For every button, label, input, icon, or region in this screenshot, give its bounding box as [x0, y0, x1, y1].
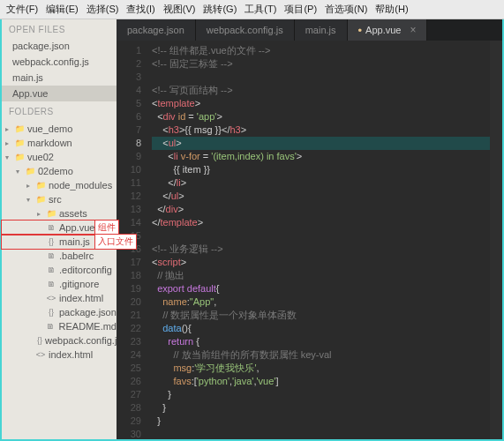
tab-label: main.js — [305, 25, 336, 35]
tree-item-label: index.html — [49, 349, 93, 360]
folder-icon: 📁 — [14, 123, 25, 134]
tree-item[interactable]: 🗎App.vue组件 — [2, 220, 117, 235]
tree-item[interactable]: 🗎.editorconfig — [2, 263, 117, 277]
tree-item[interactable]: {}main.js入口文件 — [2, 235, 117, 249]
tab-label: App.vue — [365, 25, 401, 35]
menu-item[interactable]: 帮助(H) — [372, 2, 410, 17]
code-icon: {} — [37, 335, 42, 346]
folder-icon: 📁 — [46, 208, 56, 219]
tree-item[interactable]: ▾📁02demo — [2, 164, 117, 178]
tree-item-label: assets — [59, 208, 87, 219]
code-icon: {} — [46, 307, 56, 318]
tree-item-label: .editorconfig — [59, 265, 112, 275]
tree-item-label: vue_demo — [27, 123, 72, 134]
html-icon: <> — [35, 349, 46, 360]
tree-item-label: index.html — [59, 293, 103, 303]
tree-item-label: App.vue — [59, 222, 94, 233]
menu-item[interactable]: 编辑(E) — [43, 2, 81, 17]
tree-item[interactable]: <>index.html — [2, 291, 117, 305]
open-file-item[interactable]: App.vue — [2, 86, 117, 101]
tree-item-label: 02demo — [38, 166, 73, 176]
open-file-item[interactable]: package.json — [2, 38, 117, 54]
folder-tree: ▸📁vue_demo▸📁markdown▾📁vue02▾📁02demo▸📁nod… — [2, 120, 117, 362]
folder-icon: 📁 — [35, 194, 46, 205]
tree-item[interactable]: ▸📁node_modules — [2, 178, 117, 192]
folder-icon: 📁 — [14, 138, 25, 148]
code-icon: {} — [46, 236, 56, 247]
tree-item-label: src — [49, 194, 62, 205]
tree-item[interactable]: ▸📁vue_demo — [2, 122, 117, 136]
expand-arrow-icon[interactable]: ▸ — [5, 125, 14, 133]
editor-tab[interactable]: main.js — [295, 19, 348, 41]
html-icon: <> — [46, 293, 56, 303]
code-content[interactable]: <!-- 组件都是.vue的文件 --><!-- 固定三标签 --> <!-- … — [147, 41, 490, 439]
folders-title: FOLDERS — [2, 101, 117, 120]
annotation-callout: 入口文件 — [94, 234, 137, 250]
menu-item[interactable]: 工具(T) — [242, 2, 279, 17]
open-files-list: package.jsonwebpack.config.jsmain.jsApp.… — [2, 38, 117, 101]
expand-arrow-icon[interactable]: ▸ — [37, 210, 46, 218]
menu-item[interactable]: 项目(P) — [282, 2, 320, 17]
file-icon: 🗎 — [46, 321, 56, 332]
tree-item[interactable]: <>index.html — [2, 348, 117, 362]
menu-item[interactable]: 文件(F) — [4, 2, 41, 17]
editor: package.jsonwebpack.config.jsmain.jsApp.… — [117, 19, 502, 439]
file-icon: 🗎 — [46, 279, 56, 289]
folder-icon: 📁 — [35, 180, 46, 191]
open-file-item[interactable]: webpack.config.js — [2, 54, 117, 70]
editor-tab[interactable]: webpack.config.js — [196, 19, 295, 41]
folder-icon: 📁 — [14, 152, 25, 162]
tree-item-label: README.md — [59, 321, 117, 332]
expand-arrow-icon[interactable]: ▾ — [5, 153, 14, 161]
tab-bar: package.jsonwebpack.config.jsmain.jsApp.… — [117, 19, 502, 41]
code-area[interactable]: 1234567891011121314151617181920212223242… — [117, 41, 502, 439]
tree-item[interactable]: ▸📁markdown — [2, 136, 117, 150]
sidebar: OPEN FILES package.jsonwebpack.config.js… — [2, 19, 117, 439]
tree-item[interactable]: {}webpack.config.js — [2, 333, 117, 348]
file-icon: 🗎 — [46, 222, 56, 233]
tree-item[interactable]: ▸📁assets — [2, 206, 117, 220]
minimap[interactable] — [490, 41, 502, 439]
tree-item[interactable]: ▾📁src — [2, 192, 117, 206]
tree-item-label: .babelrc — [59, 250, 94, 261]
file-icon: 🗎 — [46, 250, 56, 261]
tree-item-label: node_modules — [49, 180, 112, 191]
expand-arrow-icon[interactable]: ▾ — [26, 196, 35, 204]
open-files-title: OPEN FILES — [2, 19, 117, 38]
menu-item[interactable]: 选择(S) — [84, 2, 122, 17]
menu-item[interactable]: 跳转(G) — [200, 2, 239, 17]
menu-item[interactable]: 视图(V) — [161, 2, 199, 17]
expand-arrow-icon[interactable]: ▾ — [16, 168, 25, 176]
tree-item-label: vue02 — [27, 152, 54, 162]
app-frame: OPEN FILES package.jsonwebpack.config.js… — [0, 19, 504, 441]
expand-arrow-icon[interactable]: ▸ — [5, 139, 14, 147]
menubar: 文件(F)编辑(E)选择(S)查找(I)视图(V)跳转(G)工具(T)项目(P)… — [0, 0, 504, 19]
menu-item[interactable]: 首选项(N) — [322, 2, 370, 17]
close-icon[interactable]: × — [410, 24, 416, 36]
menu-item[interactable]: 查找(I) — [124, 2, 157, 17]
tree-item-label: markdown — [27, 138, 72, 148]
tree-item[interactable]: 🗎README.md — [2, 319, 117, 333]
folder-icon: 📁 — [25, 166, 35, 176]
tree-item-label: .gitignore — [59, 279, 99, 289]
tab-label: package.json — [127, 25, 184, 35]
tree-item-label: package.json — [59, 307, 117, 318]
tree-item[interactable]: {}package.json — [2, 305, 117, 319]
tree-item[interactable]: 🗎.gitignore — [2, 277, 117, 291]
open-file-item[interactable]: main.js — [2, 70, 117, 86]
tree-item[interactable]: 🗎.babelrc — [2, 249, 117, 263]
tree-item-label: main.js — [59, 236, 90, 247]
tree-item-label: webpack.config.js — [45, 335, 122, 346]
editor-tab[interactable]: package.json — [117, 19, 196, 41]
file-icon: 🗎 — [46, 265, 56, 275]
editor-tab[interactable]: App.vue× — [348, 19, 428, 41]
expand-arrow-icon[interactable]: ▸ — [26, 182, 35, 190]
tab-label: webpack.config.js — [207, 25, 283, 35]
tree-item[interactable]: ▾📁vue02 — [2, 150, 117, 164]
